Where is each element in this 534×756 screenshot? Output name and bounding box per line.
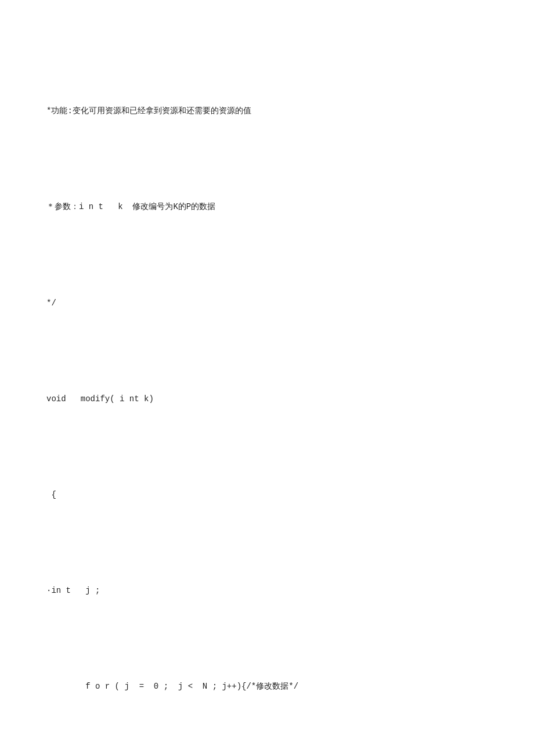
line-close-comment1: */ (46, 295, 499, 311)
line-empty-1 (46, 152, 499, 166)
line-int-j1: ·in t j ; (46, 582, 499, 599)
line-empty-5 (46, 535, 499, 550)
line-open-brace1: { (46, 487, 499, 503)
line-for1: f o r ( j = 0 ; j < N ; j++){/*修改数据*/ (46, 678, 499, 694)
line-empty-3 (46, 344, 499, 358)
line-empty-6 (46, 631, 499, 646)
line-void-modify: void modify( i nt k) (46, 391, 499, 407)
line-empty-2 (46, 247, 499, 262)
code-content: *功能:变化可用资源和已经拿到资源和还需要的资源的值 ＊参数：i n t k 修… (46, 23, 499, 756)
line-empty-4 (46, 440, 499, 454)
line-empty-7 (46, 727, 499, 741)
line-param1: ＊参数：i n t k 修改编号为K的P的数据 (46, 199, 499, 215)
line-comment-func1: *功能:变化可用资源和已经拿到资源和还需要的资源的值 (46, 103, 499, 119)
line-1 (46, 56, 499, 70)
